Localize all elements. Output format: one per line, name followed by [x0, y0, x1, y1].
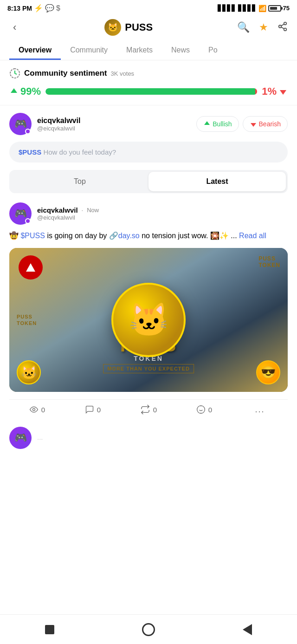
svg-point-6 [197, 406, 205, 414]
svg-point-1 [279, 25, 282, 28]
app-icon-1: ⚡ [34, 4, 43, 13]
sentiment-buttons: Bullish Bearish [196, 116, 288, 132]
status-right: ▋▋▋▋ ▋▋▋▋ 📶 75 [218, 5, 290, 12]
comments-action[interactable]: 0 [65, 405, 121, 414]
tron-triangle-icon [26, 263, 35, 272]
post-body-suffix: no tension just wow. 🎇✨ ... [142, 232, 239, 240]
battery-level: 75 [283, 5, 290, 12]
post-image: PUSSTOKEN PUSSTOKEN 🐱 PUSS TOKEN MORE TH… [9, 248, 288, 392]
status-bar: 8:13 PM ⚡ 💬 $ ▋▋▋▋ ▋▋▋▋ 📶 75 [0, 0, 297, 14]
more-action[interactable]: ... [232, 405, 288, 415]
coin-logo: 🐱 [104, 19, 121, 36]
user-details: eicqvkalwvil @eicqvkalwvil [37, 117, 80, 132]
header-title-group: 🐱 PUSS [104, 19, 153, 36]
avatar-badge [25, 129, 31, 134]
status-left: 8:13 PM ⚡ 💬 $ [7, 4, 60, 13]
sentiment-progress-bar [45, 88, 257, 95]
tab-po[interactable]: Po [199, 40, 227, 60]
main-coin: 🐱 [111, 283, 186, 357]
back-icon [243, 624, 252, 635]
back-button[interactable]: ‹ [9, 20, 20, 35]
nav-stop-button[interactable] [40, 620, 59, 639]
bearish-button[interactable]: Bearish [243, 116, 288, 132]
bearish-arrow-icon [250, 120, 257, 128]
bullish-percentage: 99% [9, 85, 41, 98]
next-post-preview: 🎮 ... [9, 419, 288, 453]
home-icon [142, 623, 155, 636]
retweet-action[interactable]: 0 [121, 404, 176, 415]
wifi-icon: 📶 [258, 5, 266, 12]
main-content: Community sentiment 3K votes 99% 1% [0, 60, 297, 460]
latest-tab[interactable]: Latest [148, 172, 286, 191]
user-avatar: 🎮 [9, 113, 32, 135]
up-arrow-icon [9, 87, 19, 96]
divider-1 [0, 105, 297, 105]
reaction-icon [196, 405, 206, 414]
bearish-bar-fill [255, 88, 258, 95]
stop-icon [45, 625, 54, 634]
post-actions: 0 0 0 [9, 399, 288, 419]
comment-icon [85, 405, 94, 414]
reaction-action[interactable]: 0 [176, 405, 232, 414]
tron-badge [19, 255, 43, 280]
post-avatar: 🎮 [9, 202, 32, 225]
more-expected-text: MORE THAN YOU EXPECTED [103, 364, 194, 373]
tab-news[interactable]: News [162, 40, 199, 60]
views-action[interactable]: 0 [9, 405, 65, 414]
sentiment-bar-row: 99% 1% [9, 85, 288, 98]
post-username: eicqvkalwvil [37, 206, 78, 214]
post-tag[interactable]: $PUSS [20, 232, 45, 240]
retweet-icon [140, 404, 150, 415]
svg-point-5 [32, 409, 35, 411]
post-name-time: eicqvkalwvil · Now [37, 206, 99, 214]
sentiment-icon [9, 68, 20, 79]
battery-icon [268, 5, 281, 12]
share-icon[interactable] [278, 21, 288, 34]
page-title: PUSS [125, 21, 153, 33]
bullish-button[interactable]: Bullish [196, 116, 239, 132]
navigation-bar [0, 614, 297, 644]
small-coin-right: 😎 [256, 360, 280, 384]
bullish-arrow-icon [203, 120, 211, 128]
post-body: 🤠 $PUSS is going on day by 🔗day.so no te… [9, 230, 288, 241]
svg-point-2 [284, 28, 287, 30]
user-handle: @eicqvkalwvil [37, 125, 80, 132]
nav-back-button[interactable] [238, 620, 257, 639]
nav-home-button[interactable] [139, 620, 158, 639]
signal-icon-2: ▋▋▋▋ [238, 5, 257, 12]
tab-markets[interactable]: Markets [117, 40, 162, 60]
more-dots-icon: ... [255, 405, 265, 415]
app-icon-3: $ [56, 4, 60, 13]
small-coin-left: 🐱 [17, 360, 41, 384]
user-sentiment-row: 🎮 eicqvkalwvil @eicqvkalwvil Bullish [9, 113, 288, 135]
top-tab[interactable]: Top [11, 172, 148, 191]
tab-overview[interactable]: Overview [9, 40, 61, 60]
post-link[interactable]: 🔗day.so [109, 232, 140, 240]
time: 8:13 PM [7, 5, 32, 12]
read-all-link[interactable]: Read all [239, 232, 266, 240]
username: eicqvkalwvil [37, 117, 80, 125]
svg-line-3 [281, 27, 284, 29]
token-label-top-right: PUSSTOKEN [258, 255, 280, 268]
bearish-percentage: 1% [262, 85, 288, 98]
search-icon[interactable]: 🔍 [237, 21, 250, 33]
app-icon-2: 💬 [45, 4, 54, 13]
tab-bar: Overview Community Markets News Po [0, 40, 297, 60]
signal-icon-1: ▋▋▋▋ [218, 5, 236, 12]
favorite-icon[interactable]: ★ [259, 21, 268, 33]
tab-community[interactable]: Community [61, 40, 117, 60]
views-icon [29, 405, 39, 414]
votes-count: 3K votes [111, 70, 135, 77]
post-emoji-prefix: 🤠 [9, 232, 20, 240]
header-actions: 🔍 ★ [237, 21, 288, 34]
down-arrow-icon [278, 87, 288, 96]
post-avatar-badge [25, 218, 31, 224]
sentiment-title: Community sentiment [24, 69, 107, 78]
comment-input-area[interactable]: $PUSS How do you feel today? [9, 142, 288, 163]
next-post-partial: ... [37, 433, 43, 442]
token-label-left: PUSSTOKEN [17, 313, 37, 327]
feed-toggle: Top Latest [9, 170, 288, 193]
user-info: 🎮 eicqvkalwvil @eicqvkalwvil [9, 113, 80, 135]
svg-point-0 [284, 22, 287, 25]
post-time: Now [87, 207, 99, 214]
